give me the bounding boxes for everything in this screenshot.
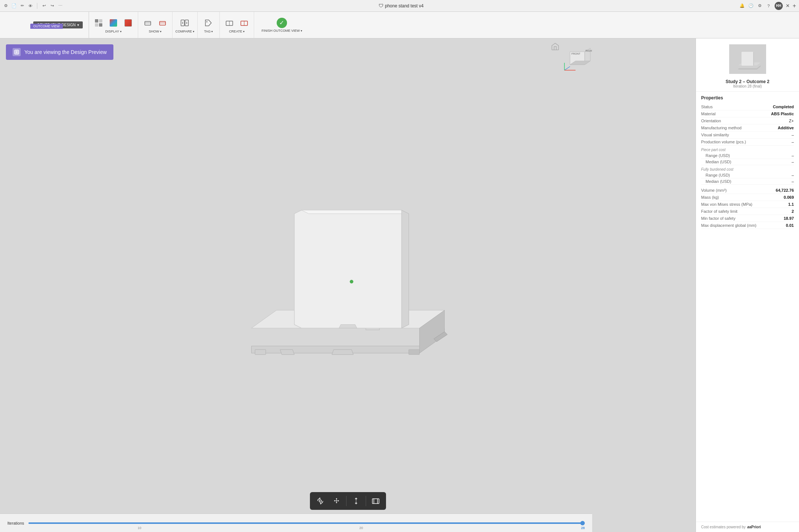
edit-icon[interactable]: ✏ — [19, 3, 25, 9]
display-label[interactable]: DISPLAY — [105, 30, 122, 33]
prop-value-von-mises: 1.1 — [788, 202, 794, 207]
display-icon-row — [92, 17, 135, 29]
view-icon[interactable]: 👁 — [27, 3, 33, 9]
title-bar-center: 🛡 phone stand test v4 — [379, 3, 424, 8]
toolbar-wrapper: OUTCOME VIEW GENERATIVE DESIGN ▾ — [0, 12, 799, 38]
show-group: SHOW — [138, 12, 173, 38]
finish-checkmark-icon: ✓ — [277, 18, 287, 28]
iterations-bar: Iterations 10 20 28 — [0, 514, 592, 532]
svg-marker-42 — [332, 349, 353, 355]
prop-row-orientation: Orientation Z+ — [701, 117, 794, 125]
svg-point-43 — [319, 500, 321, 502]
show-extra-button[interactable] — [156, 17, 169, 29]
home-icon[interactable] — [551, 42, 560, 53]
properties-panel: Properties Status Completed Material ABS… — [696, 92, 799, 522]
apriori-logo[interactable]: aaPriori — [747, 525, 761, 529]
create-button-2[interactable] — [238, 17, 251, 29]
show-extra-icon — [158, 18, 167, 27]
fully-burdened-cost-label: Fully burdened cost — [701, 167, 794, 171]
bottom-metrics: Volume (mm³) 64,722.76 Mass (kg) 0.069 M… — [701, 187, 794, 229]
bottom-toolbar — [310, 492, 386, 510]
extra-icon[interactable]: ⋯ — [57, 3, 63, 9]
file-icon[interactable]: 📄 — [11, 3, 17, 9]
help-icon[interactable]: ? — [766, 3, 772, 9]
nav-cube[interactable]: FRONT RIGHT — [563, 44, 592, 74]
shading-button[interactable] — [122, 17, 135, 29]
show-label[interactable]: SHOW — [149, 30, 161, 33]
svg-marker-24 — [251, 328, 444, 353]
grid-view-button[interactable] — [92, 17, 105, 29]
settings-icon[interactable]: ⚙ — [757, 3, 763, 9]
viewport[interactable]: You are viewing the Design Preview FRONT — [0, 38, 696, 532]
fully-burdened-cost-section: Fully burdened cost Range (USD) – Median… — [701, 167, 794, 185]
surface-icon — [143, 18, 152, 27]
thumbnail-svg — [731, 46, 764, 72]
create-icon-row — [223, 17, 251, 29]
create-button-1[interactable] — [223, 17, 236, 29]
iterations-thumb[interactable] — [580, 521, 585, 525]
create-label[interactable]: CREATE — [229, 30, 245, 33]
finish-label: FINISH OUTCOME VIEW — [262, 29, 302, 33]
svg-line-19 — [564, 66, 570, 70]
iterations-track-wrapper[interactable]: 10 20 28 — [28, 522, 585, 524]
iterations-track[interactable] — [28, 522, 585, 524]
create-icon-1 — [225, 18, 234, 27]
finish-outcome-view-button[interactable]: ✓ FINISH OUTCOME VIEW — [257, 16, 307, 34]
thumbnail-image[interactable] — [729, 44, 766, 74]
tag-button[interactable] — [202, 17, 215, 29]
toolbar: GENERATIVE DESIGN ▾ — [0, 12, 799, 38]
create-group: CREATE — [220, 12, 254, 38]
tick-28: 28 — [581, 526, 585, 530]
prop-row-volume: Volume (mm³) 64,722.76 — [701, 187, 794, 194]
tick-10: 10 — [137, 526, 141, 530]
clock-icon[interactable]: 🕐 — [748, 3, 754, 9]
compare-button[interactable] — [178, 17, 191, 29]
prop-row-manufacturing: Manufacturing method Additive — [701, 125, 794, 132]
prop-value-orientation: Z+ — [789, 119, 794, 123]
svg-point-40 — [349, 280, 353, 283]
svg-marker-30 — [280, 349, 294, 355]
tag-group: TAG — [198, 12, 220, 38]
avatar[interactable]: HH — [775, 2, 783, 10]
rotate-button[interactable] — [314, 494, 327, 508]
prop-sub-row-range-1: Range (USD) – — [701, 153, 794, 159]
thumbnail-area: Study 2 – Outcome 2 Iteration 28 (final) — [696, 38, 799, 92]
svg-marker-55 — [753, 52, 754, 66]
tag-label[interactable]: TAG — [204, 30, 213, 33]
svg-marker-39 — [402, 210, 409, 328]
view-mode-button[interactable] — [369, 494, 382, 508]
compare-label[interactable]: COMPARE — [175, 30, 194, 33]
prop-row-displacement: Max displacement global (mm) 0.01 — [701, 222, 794, 229]
properties-header: Properties — [701, 95, 794, 100]
svg-text:RIGHT: RIGHT — [585, 50, 592, 52]
piece-part-cost-section: Piece part cost Range (USD) – Median (US… — [701, 148, 794, 165]
iterations-ticks: 10 20 28 — [28, 526, 585, 530]
undo-icon[interactable]: ↩ — [41, 3, 47, 9]
svg-point-15 — [16, 51, 17, 51]
add-tab-button[interactable]: + — [793, 3, 796, 9]
svg-marker-38 — [301, 210, 409, 214]
pan-button[interactable] — [330, 494, 343, 508]
close-button[interactable]: ✕ — [786, 3, 790, 8]
compare-icon — [180, 18, 189, 27]
prop-sub-row-median-1: Median (USD) – — [701, 159, 794, 165]
color-swatch-icon — [109, 18, 118, 27]
prop-label-median-1: Median (USD) — [706, 160, 731, 164]
notification-icon[interactable]: 🔔 — [739, 3, 745, 9]
zoom-button[interactable] — [349, 494, 363, 508]
surface-button[interactable] — [141, 17, 154, 29]
prop-row-status: Status Completed — [701, 103, 794, 110]
prop-label-orientation: Orientation — [701, 119, 721, 123]
svg-marker-41 — [339, 324, 356, 328]
svg-marker-54 — [741, 52, 754, 66]
prop-row-material: Material ABS Plastic — [701, 110, 794, 117]
prop-value-volume: 64,722.76 — [776, 188, 794, 192]
redo-icon[interactable]: ↪ — [49, 3, 55, 9]
title-bar: ⚙ 📄 ✏ 👁 ↩ ↪ ⋯ 🛡 phone stand test v4 🔔 🕐 … — [0, 0, 799, 12]
app-menu-icon[interactable]: ⚙ — [3, 3, 9, 9]
grid-view-icon — [94, 18, 103, 27]
svg-rect-28 — [409, 349, 419, 355]
color-display-button[interactable] — [107, 17, 120, 29]
main-content: You are viewing the Design Preview FRONT — [0, 38, 799, 532]
iterations-label: Iterations — [7, 521, 24, 525]
